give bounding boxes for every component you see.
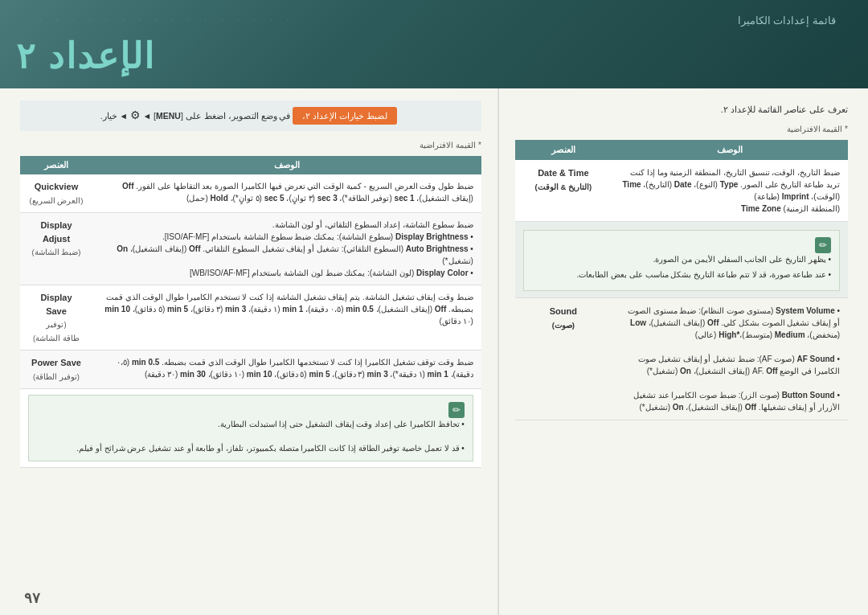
datetime-description: ضبط التاريخ، الوقت، تنسيق التاريخ، المنط… [612,160,848,222]
table-row-quickview: ضبط طول وقت العرض السريع - كمية الوقت ال… [20,174,481,213]
right-item-header: العنصر [20,156,92,174]
power-save-label: Power Save(توفير الطاقة) [20,351,92,389]
page-header: · · · · · · · · · · · · · · · · قائمة إع… [0,0,868,88]
decorative-dots: · · · · · · · · · · · · · · · · [40,16,295,23]
pencil-icon: ✏ [815,237,831,253]
panel-divider [497,88,499,615]
table-row-display-save: ضبط وقت إيقاف تشغيل الشاشة. يتم إيقاف تش… [20,285,481,351]
power-save-description: ضبط وقت توقف تشغيل الكاميرا إذا كنت لا ت… [92,351,481,389]
main-content: تعرف على عناصر القائمة للإعداد ٢. * القي… [0,88,868,615]
datetime-label: Date & Time(التاريخ & الوقت) [515,160,612,222]
right-desc-header: الوصف [92,156,481,174]
gear-icon: ⚙ [130,109,141,121]
sound-label: Sound(صوت) [515,298,612,420]
power-note-2: • قد لا تعمل خاصية توفير الطاقة إذا كانت… [37,442,465,454]
left-panel: تعرف على عناصر القائمة للإعداد ٢. * القي… [499,88,868,615]
quickview-description: ضبط طول وقت العرض السريع - كمية الوقت ال… [92,174,481,213]
left-item-header: العنصر [515,140,612,160]
datetime-note: ✏ • يظهر التاريخ على الجانب السفلي الأيم… [515,222,848,298]
table-row-note: ✏ • يظهر التاريخ على الجانب السفلي الأيم… [515,222,848,298]
orange-button: لضبط خيارات الإعداد ٢، [293,107,397,125]
sound-description: • System Volume (مستوى صوت النظام): ضبط … [612,298,848,420]
note-item-1: • يظهر التاريخ على الجانب السفلي الأيمن … [532,253,831,265]
asterisk-note-left: * القيمة الافتراضية [515,125,848,133]
table-row: ضبط التاريخ، الوقت، تنسيق التاريخ، المنط… [515,160,848,222]
table-row-power-save: ضبط وقت توقف تشغيل الكاميرا إذا كنت لا ت… [20,351,481,389]
power-save-note-cell: ✏ • تحافظ الكاميرا على إعداد وقت إيقاف ا… [20,389,481,468]
header-title: الإعداد ٢ [16,35,155,76]
display-save-description: ضبط وقت إيقاف تشغيل الشاشة. يتم إيقاف تش… [92,285,481,351]
display-save-label: DisplaySave(توفيرطاقة الشاشة) [20,285,92,351]
left-desc-header: الوصف [612,140,848,160]
intro-text: تعرف على عناصر القائمة للإعداد ٢. [515,105,848,115]
page-number: ٩٧ [24,589,40,607]
table-row-display-adjust: ضبط سطوع الشاشة، إعداد السطوع التلقائي، … [20,213,481,285]
table-row-power-save-note: ✏ • تحافظ الكاميرا على إعداد وقت إيقاف ا… [20,389,481,468]
quickview-label: Quickview(العرض السريع) [20,174,92,213]
header-subtitle: قائمة إعدادات الكاميرا [738,14,836,27]
display-adjust-label: DisplayAdjust(ضبط الشاشة) [20,213,92,285]
note-item-2: • عند طباعة صورة، قد لا تتم طباعة التاري… [532,269,831,281]
pencil-icon-right: ✏ [448,402,465,418]
table-row-sound: • System Volume (مستوى صوت النظام): ضبط … [515,298,848,420]
power-note-1: • تحافظ الكاميرا على إعداد وقت إيقاف الت… [37,418,465,430]
right-panel: لضبط خيارات الإعداد ٢، في وضع التصوير، ا… [0,88,497,615]
right-settings-table: الوصف العنصر ضبط طول وقت العرض السريع - … [20,156,481,468]
menu-instruction: لضبط خيارات الإعداد ٢، في وضع التصوير، ا… [20,100,481,131]
left-settings-table: الوصف العنصر ضبط التاريخ، الوقت، تنسيق ا… [515,140,848,420]
display-adjust-description: ضبط سطوع الشاشة، إعداد السطوع التلقائي، … [92,213,481,285]
asterisk-note-right: * القيمة الافتراضية [20,141,481,150]
